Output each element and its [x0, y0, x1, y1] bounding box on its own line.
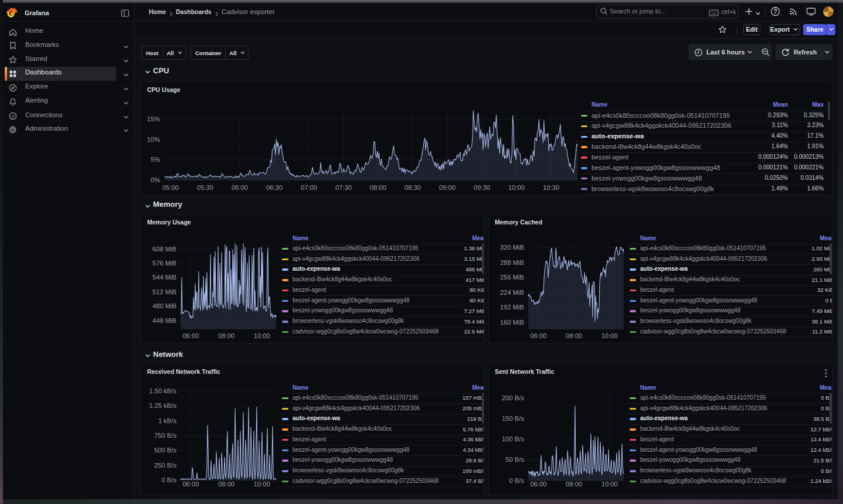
svg-text:10:00: 10:00 — [601, 481, 618, 488]
svg-text:1 kB/s: 1 kB/s — [158, 417, 176, 424]
svg-text:10:30: 10:30 — [543, 184, 559, 191]
svg-text:09:30: 09:30 — [474, 184, 490, 191]
svg-text:06:00: 06:00 — [182, 481, 199, 488]
svg-text:08:00: 08:00 — [370, 184, 386, 191]
svg-text:06:30: 06:30 — [266, 184, 283, 191]
svg-text:10:00: 10:00 — [254, 332, 270, 339]
svg-text:250 B/s: 250 B/s — [154, 462, 176, 469]
svg-text:09:00: 09:00 — [439, 184, 456, 191]
svg-text:500 B/s: 500 B/s — [154, 447, 176, 454]
svg-text:07:00: 07:00 — [301, 184, 317, 191]
svg-text:1.50 kB/s: 1.50 kB/s — [149, 387, 176, 394]
svg-text:608 MiB: 608 MiB — [152, 246, 176, 253]
svg-text:5%: 5% — [151, 156, 160, 163]
svg-text:10:00: 10:00 — [601, 332, 618, 339]
svg-text:15%: 15% — [147, 115, 160, 122]
svg-text:05:00: 05:00 — [162, 184, 179, 191]
svg-text:480 MiB: 480 MiB — [152, 302, 176, 309]
svg-text:320 MiB: 320 MiB — [500, 244, 524, 251]
svg-text:06:00: 06:00 — [530, 332, 546, 339]
svg-text:200 B/s: 200 B/s — [502, 394, 524, 401]
svg-text:150 B/s: 150 B/s — [502, 415, 524, 422]
svg-text:08:00: 08:00 — [566, 332, 582, 339]
svg-text:1.25 kB/s: 1.25 kB/s — [149, 402, 176, 409]
svg-text:448 MiB: 448 MiB — [152, 317, 176, 324]
svg-text:07:30: 07:30 — [335, 184, 352, 191]
svg-text:08:30: 08:30 — [404, 184, 421, 191]
svg-text:50 B/s: 50 B/s — [505, 456, 524, 463]
svg-text:160 MiB: 160 MiB — [500, 319, 524, 326]
svg-text:08:00: 08:00 — [218, 481, 234, 488]
svg-text:10:00: 10:00 — [508, 184, 525, 191]
svg-text:0 B/s: 0 B/s — [162, 476, 177, 483]
svg-text:512 MiB: 512 MiB — [152, 288, 176, 295]
svg-text:100 B/s: 100 B/s — [502, 435, 524, 442]
svg-text:192 MiB: 192 MiB — [500, 304, 524, 311]
svg-text:05:30: 05:30 — [197, 184, 213, 191]
svg-text:06:00: 06:00 — [182, 332, 199, 339]
svg-text:10:00: 10:00 — [254, 481, 270, 488]
svg-text:0%: 0% — [151, 176, 160, 183]
svg-text:06:00: 06:00 — [530, 481, 546, 488]
svg-text:224 MiB: 224 MiB — [500, 289, 524, 296]
svg-text:08:00: 08:00 — [218, 332, 234, 339]
svg-text:256 MiB: 256 MiB — [500, 274, 524, 281]
svg-text:0 B/s: 0 B/s — [509, 477, 525, 484]
svg-text:576 MiB: 576 MiB — [152, 260, 176, 267]
svg-text:08:00: 08:00 — [566, 481, 582, 488]
svg-text:10%: 10% — [147, 136, 160, 143]
svg-text:288 MiB: 288 MiB — [500, 259, 524, 266]
svg-text:750 B/s: 750 B/s — [154, 432, 176, 439]
svg-text:544 MiB: 544 MiB — [152, 274, 176, 281]
svg-text:06:00: 06:00 — [232, 184, 248, 191]
